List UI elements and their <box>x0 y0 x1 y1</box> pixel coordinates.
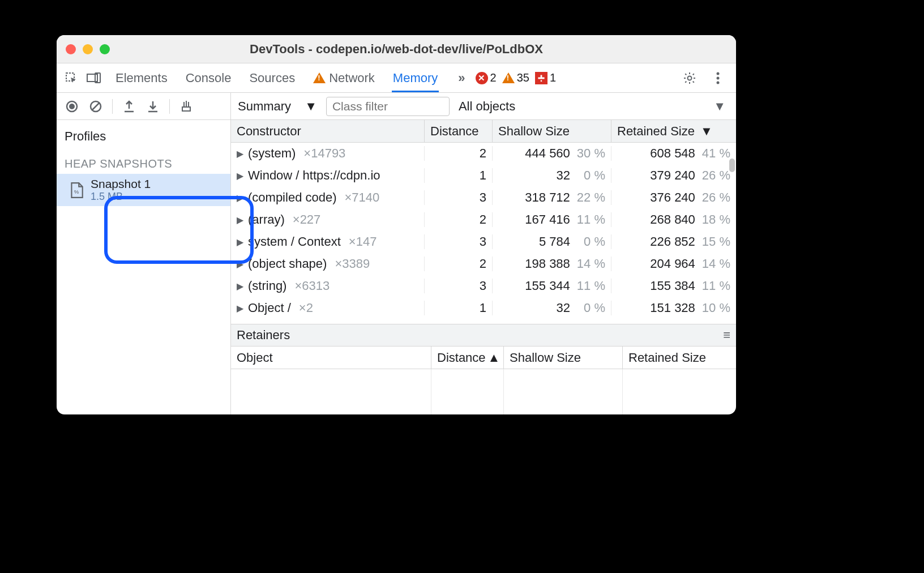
disclosure-triangle-icon[interactable]: ▶ <box>237 259 243 270</box>
more-tabs-button[interactable]: » <box>458 71 465 85</box>
device-toolbar-icon[interactable] <box>84 68 104 88</box>
snapshot-item[interactable]: % Snapshot 1 1.5 MB <box>57 174 230 206</box>
window-title: DevTools - codepen.io/web-dot-dev/live/P… <box>57 42 736 57</box>
svg-line-11 <box>92 103 99 110</box>
view-mode-dropdown[interactable]: Summary ▼ <box>238 99 317 114</box>
table-row[interactable]: ▶Window / https://cdpn.io1320 %379 24026… <box>231 165 736 187</box>
error-circle-icon: ✕ <box>476 72 488 84</box>
record-icon[interactable] <box>62 97 82 116</box>
tabbar: Elements Console Sources Network Memory … <box>57 63 736 93</box>
issues-badge[interactable]: 1 <box>535 71 556 84</box>
status-badges: ✕ 2 35 1 <box>476 71 557 84</box>
object-filter-dropdown[interactable]: All objects <box>459 99 515 114</box>
table-body: ▶(system)×147932444 56030 %608 54841 %▶W… <box>231 143 736 324</box>
maximize-window-button[interactable] <box>100 44 110 54</box>
more-menu-icon[interactable] <box>708 68 728 88</box>
svg-text:%: % <box>74 189 79 195</box>
minimize-window-button[interactable] <box>83 44 93 54</box>
disclosure-triangle-icon[interactable]: ▶ <box>237 303 243 314</box>
table-row[interactable]: ▶(string)×63133155 34411 %155 38411 % <box>231 275 736 297</box>
memory-toolbar: Summary ▼ All objects ▼ <box>57 93 736 120</box>
table-row[interactable]: ▶(object shape)×33892198 38814 %204 9641… <box>231 253 736 275</box>
retainers-body <box>231 369 736 414</box>
retainers-header-distance[interactable]: Distance▲ <box>431 347 504 369</box>
table-row[interactable]: ▶Object /×21320 %151 32810 % <box>231 297 736 319</box>
profiles-title: Profiles <box>57 125 230 148</box>
panel-tabs: Elements Console Sources Network Memory … <box>114 64 465 92</box>
svg-point-3 <box>541 80 542 82</box>
issue-square-icon <box>535 72 547 84</box>
header-distance[interactable]: Distance <box>425 120 493 142</box>
garbage-collect-icon[interactable] <box>177 97 196 116</box>
errors-badge[interactable]: ✕ 2 <box>476 71 497 84</box>
heap-snapshots-label: HEAP SNAPSHOTS <box>57 154 230 174</box>
disclosure-triangle-icon[interactable]: ▶ <box>237 148 243 159</box>
tab-elements[interactable]: Elements <box>114 64 169 92</box>
titlebar: DevTools - codepen.io/web-dot-dev/live/P… <box>57 35 736 63</box>
chevron-down-icon[interactable]: ▼ <box>713 99 726 114</box>
retainers-header-retained[interactable]: Retained Size <box>623 347 736 369</box>
snapshot-size: 1.5 MB <box>91 191 151 203</box>
retainers-header-object[interactable]: Object <box>231 347 431 369</box>
warnings-badge[interactable]: 35 <box>502 71 529 84</box>
hamburger-icon[interactable]: ≡ <box>723 328 730 343</box>
retainers-header-shallow[interactable]: Shallow Size <box>504 347 623 369</box>
table-header: Constructor Distance Shallow Size Retain… <box>231 120 736 143</box>
svg-point-4 <box>688 76 692 80</box>
tab-network[interactable]: Network <box>312 64 376 92</box>
close-window-button[interactable] <box>66 44 76 54</box>
chevron-down-icon: ▼ <box>305 99 317 114</box>
tab-console[interactable]: Console <box>185 64 233 92</box>
disclosure-triangle-icon[interactable]: ▶ <box>237 193 243 203</box>
devtools-window: DevTools - codepen.io/web-dot-dev/live/P… <box>57 35 736 414</box>
traffic-lights <box>66 44 110 54</box>
svg-rect-1 <box>87 74 97 82</box>
svg-point-5 <box>717 72 720 75</box>
disclosure-triangle-icon[interactable]: ▶ <box>237 215 243 225</box>
disclosure-triangle-icon[interactable]: ▶ <box>237 237 243 247</box>
svg-point-7 <box>717 81 720 84</box>
sort-asc-icon: ▲ <box>488 350 500 365</box>
import-icon[interactable] <box>143 97 162 116</box>
warning-triangle-icon <box>313 72 326 83</box>
disclosure-triangle-icon[interactable]: ▶ <box>237 281 243 292</box>
sort-desc-icon: ▼ <box>700 124 713 139</box>
warning-triangle-icon <box>502 72 515 83</box>
header-shallow-size[interactable]: Shallow Size <box>493 120 611 142</box>
retainers-bar: Retainers ≡ <box>231 324 736 347</box>
table-row[interactable]: ▶(array)×2272167 41611 %268 84018 % <box>231 209 736 231</box>
inspect-element-icon[interactable] <box>61 68 82 88</box>
settings-gear-icon[interactable] <box>679 68 700 88</box>
snapshot-name: Snapshot 1 <box>91 177 151 191</box>
disclosure-triangle-icon[interactable]: ▶ <box>237 170 243 181</box>
clear-icon[interactable] <box>86 97 105 116</box>
tab-sources[interactable]: Sources <box>248 64 296 92</box>
table-row[interactable]: ▶(system)×147932444 56030 %608 54841 % <box>231 143 736 165</box>
memory-body: Profiles HEAP SNAPSHOTS % Snapshot 1 1.5… <box>57 120 736 414</box>
svg-point-9 <box>69 104 75 109</box>
header-retained-size[interactable]: Retained Size ▼ <box>611 120 736 142</box>
table-row[interactable]: ▶(compiled code)×71403318 71222 %376 240… <box>231 187 736 209</box>
export-icon[interactable] <box>119 97 139 116</box>
snapshot-file-icon: % <box>69 182 84 199</box>
table-row[interactable]: ▶system / Context×14735 7840 %226 85215 … <box>231 231 736 253</box>
header-constructor[interactable]: Constructor <box>231 120 425 142</box>
scrollbar-thumb[interactable] <box>729 159 735 172</box>
retainers-header: Object Distance▲ Shallow Size Retained S… <box>231 347 736 369</box>
svg-rect-12 <box>182 107 190 111</box>
retainers-title: Retainers <box>237 328 290 343</box>
tab-memory[interactable]: Memory <box>392 64 439 92</box>
svg-point-6 <box>717 76 720 79</box>
heap-table: Constructor Distance Shallow Size Retain… <box>231 120 736 414</box>
class-filter-input[interactable] <box>326 97 450 116</box>
profiles-sidebar: Profiles HEAP SNAPSHOTS % Snapshot 1 1.5… <box>57 120 231 414</box>
